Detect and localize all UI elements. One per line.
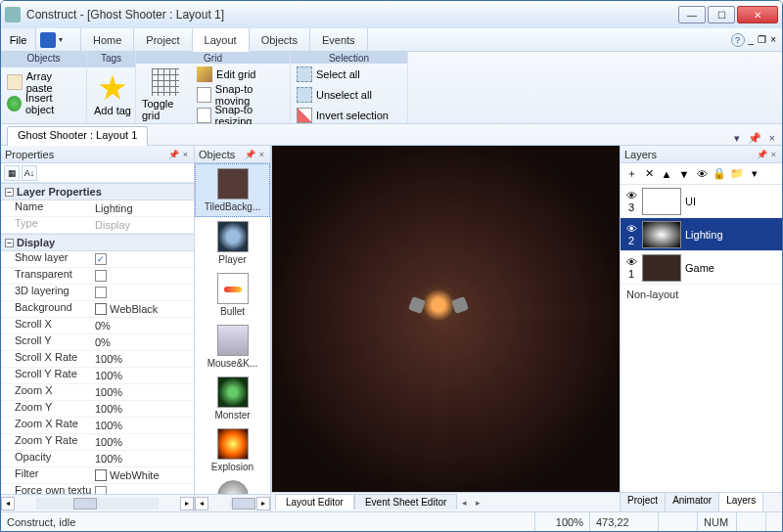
tab-layers-panel[interactable]: Layers	[719, 493, 763, 511]
object-item-bullet[interactable]: Bullet	[195, 269, 270, 321]
tab-close-icon[interactable]: ×	[766, 132, 778, 145]
layer-row-ui[interactable]: 👁3 UI	[621, 185, 782, 218]
edit-grid-button[interactable]: Edit grid	[197, 66, 284, 83]
object-item-monster[interactable]: Monster	[195, 373, 270, 424]
scrollbar-track[interactable]	[36, 498, 159, 510]
snap-moving-button[interactable]: Snap-to moving	[197, 86, 284, 104]
ribbon-group-title: Grid	[136, 52, 290, 64]
tab-dropdown-icon[interactable]: ▾	[731, 132, 743, 145]
tab-events[interactable]: Events	[310, 28, 368, 51]
tab-nav-right-icon[interactable]: ▸	[471, 498, 484, 508]
move-up-icon[interactable]: ▲	[659, 166, 674, 182]
scroll-right-icon[interactable]: ▸	[180, 497, 194, 510]
checkbox-icon	[95, 270, 107, 282]
eye-icon[interactable]: 👁	[626, 190, 637, 201]
ribbon-group-title: Selection	[291, 52, 407, 64]
close-button[interactable]: ✕	[737, 6, 778, 23]
layers-list[interactable]: 👁3 UI 👁2 Lighting 👁1 Game Non-layout	[621, 185, 782, 492]
delete-layer-icon[interactable]: ✕	[641, 166, 657, 182]
scroll-left-icon[interactable]: ◂	[195, 497, 208, 510]
close-icon[interactable]: ×	[181, 150, 190, 159]
canvas-viewport[interactable]	[271, 146, 620, 492]
unselect-all-button[interactable]: Unselect all	[297, 86, 389, 104]
panel-header[interactable]: Properties 📌×	[1, 146, 194, 163]
titlebar[interactable]: Construct - [Ghost Shooter : Layout 1] —…	[1, 1, 782, 28]
mdi-close-icon[interactable]: ×	[770, 34, 776, 45]
tab-home[interactable]: Home	[81, 28, 134, 51]
array-paste-button[interactable]: Array paste	[7, 73, 80, 91]
tab-project-panel[interactable]: Project	[621, 493, 666, 511]
categorize-icon[interactable]: ▦	[4, 165, 20, 181]
toggle-grid-button[interactable]: Toggle grid	[142, 68, 189, 121]
layer-row-game[interactable]: 👁1 Game	[621, 251, 782, 285]
tab-layout[interactable]: Layout	[193, 28, 250, 52]
save-icon[interactable]	[40, 32, 56, 48]
tab-objects[interactable]: Objects	[250, 28, 310, 51]
object-item-explosion[interactable]: Explosion	[195, 424, 270, 476]
property-category[interactable]: −Display	[1, 234, 194, 251]
panel-header[interactable]: Layers 📌×	[621, 146, 782, 163]
panel-scrollbar[interactable]: ◂ ▸	[1, 494, 194, 511]
eye-icon[interactable]: 👁	[626, 256, 637, 268]
mdi-minimize-icon[interactable]: _	[749, 34, 755, 45]
tab-layout-editor[interactable]: Layout Editor	[275, 494, 354, 510]
tab-pin-icon[interactable]: 📌	[745, 132, 764, 145]
help-icon[interactable]: ?	[731, 33, 745, 47]
object-item[interactable]	[195, 476, 270, 494]
eye-icon[interactable]: 👁	[626, 223, 637, 235]
tab-project[interactable]: Project	[134, 28, 192, 51]
ribbon-group-grid: Grid Toggle grid Edit grid Snap-to movin…	[136, 52, 291, 123]
qat-dropdown-icon[interactable]: ▾	[59, 35, 69, 44]
mdi-restore-icon[interactable]: ❐	[758, 34, 766, 45]
document-tabstrip: Ghost Shooter : Layout 1 ▾ 📌 ×	[1, 124, 782, 146]
object-item-mouse[interactable]: Mouse&K...	[195, 321, 270, 373]
pin-icon[interactable]: 📌	[243, 150, 257, 159]
tab-nav-left-icon[interactable]: ◂	[457, 498, 471, 508]
objects-panel: Objects 📌× TiledBackg... Player Bullet M…	[195, 146, 271, 511]
color-swatch	[95, 469, 107, 481]
file-menu[interactable]: File	[1, 28, 36, 51]
panel-header[interactable]: Objects 📌×	[195, 146, 270, 163]
document-tab[interactable]: Ghost Shooter : Layout 1	[7, 126, 148, 146]
invert-selection-button[interactable]: Invert selection	[297, 107, 389, 124]
minimize-button[interactable]: —	[678, 6, 706, 23]
object-icon	[217, 221, 249, 252]
scroll-right-icon[interactable]: ▸	[256, 497, 270, 510]
tab-animator-panel[interactable]: Animator	[666, 493, 719, 511]
select-all-button[interactable]: Select all	[297, 66, 389, 83]
status-empty	[737, 512, 766, 531]
monster-sprite[interactable]	[416, 283, 461, 328]
sort-az-icon[interactable]: A↓	[22, 165, 37, 181]
grid-icon	[152, 68, 179, 96]
properties-grid[interactable]: −Layer Properties NameLighting TypeDispl…	[1, 183, 194, 494]
scroll-left-icon[interactable]: ◂	[1, 497, 15, 510]
property-row: Scroll Y Rate100%	[1, 368, 194, 384]
panel-scrollbar[interactable]: ◂ ▸	[195, 494, 270, 511]
maximize-button[interactable]: ☐	[708, 6, 735, 23]
add-tag-button[interactable]: Add tag	[93, 75, 132, 116]
add-layer-icon[interactable]: ＋	[623, 166, 639, 182]
lock-icon[interactable]: 🔒	[712, 166, 727, 182]
scrollbar-thumb[interactable]	[73, 498, 97, 510]
object-item-tiledbackground[interactable]: TiledBackg...	[195, 163, 270, 217]
insert-object-button[interactable]: Insert object	[7, 95, 80, 112]
tab-event-sheet-editor[interactable]: Event Sheet Editor	[354, 494, 457, 510]
scrollbar-track[interactable]	[230, 498, 235, 510]
layer-row-lighting[interactable]: 👁2 Lighting	[621, 218, 782, 251]
visibility-icon[interactable]: 👁	[694, 166, 710, 182]
move-down-icon[interactable]: ▼	[676, 166, 692, 182]
scrollbar-thumb[interactable]	[232, 498, 255, 510]
snap-resizing-button[interactable]: Snap-to resizing	[197, 107, 284, 124]
panel-title: Layers	[624, 149, 657, 160]
object-item-player[interactable]: Player	[195, 217, 270, 269]
property-category[interactable]: −Layer Properties	[1, 183, 194, 200]
layer-dropdown-icon[interactable]: ▾	[747, 166, 762, 182]
folder-icon[interactable]: 📁	[729, 166, 745, 182]
pin-icon[interactable]: 📌	[755, 150, 769, 159]
close-icon[interactable]: ×	[769, 150, 778, 159]
pin-icon[interactable]: 📌	[166, 150, 181, 159]
objects-list[interactable]: TiledBackg... Player Bullet Mouse&K... M…	[195, 163, 270, 494]
status-zoom[interactable]: 100%	[535, 512, 590, 531]
close-icon[interactable]: ×	[257, 150, 266, 159]
insert-object-icon	[7, 96, 22, 111]
